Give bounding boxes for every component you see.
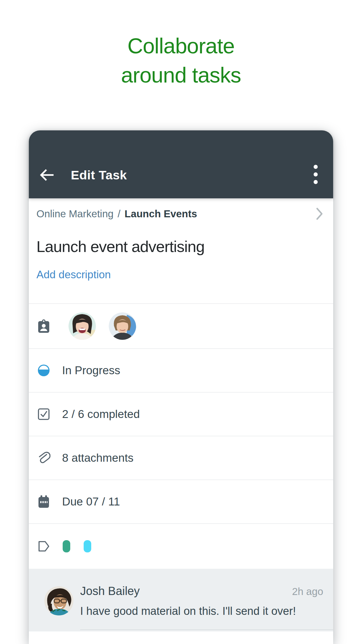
due-date-label: Due 07 / 11 bbox=[62, 495, 120, 508]
tag-swatch-cyan[interactable] bbox=[84, 540, 91, 552]
status-in-progress-icon bbox=[37, 364, 50, 377]
assignee-avatar-2[interactable] bbox=[109, 312, 136, 340]
status-label: In Progress bbox=[62, 364, 120, 377]
comment-text: I have good material on this. I'll send … bbox=[80, 605, 323, 617]
task-title[interactable]: Launch event advertising bbox=[36, 237, 326, 256]
comment-author-avatar[interactable] bbox=[44, 586, 73, 615]
checklist-label: 2 / 6 completed bbox=[62, 408, 140, 421]
breadcrumb-separator: / bbox=[118, 208, 121, 220]
row-attachments[interactable]: 8 attachments bbox=[29, 436, 333, 480]
tag-icon bbox=[37, 540, 50, 553]
paperclip-icon bbox=[37, 451, 50, 465]
app-bar-row: Edit Task bbox=[29, 159, 333, 191]
comment-divider bbox=[80, 629, 333, 630]
overflow-menu-button[interactable] bbox=[310, 163, 321, 187]
back-button[interactable] bbox=[38, 166, 56, 184]
row-due-date[interactable]: Due 07 / 11 bbox=[29, 480, 333, 523]
next-row-surface bbox=[29, 631, 333, 644]
app-bar: Edit Task bbox=[29, 130, 333, 198]
comment-author-name: Josh Bailey bbox=[80, 584, 140, 598]
calendar-icon bbox=[37, 495, 50, 508]
page-title: Edit Task bbox=[71, 168, 127, 182]
attachments-label: 8 attachments bbox=[62, 452, 133, 464]
breadcrumb-list[interactable]: Launch Events bbox=[124, 208, 197, 220]
row-tags[interactable] bbox=[29, 523, 333, 569]
hero-line-1: Collaborate bbox=[0, 32, 362, 61]
add-description-link[interactable]: Add description bbox=[36, 269, 326, 281]
row-status[interactable]: In Progress bbox=[29, 348, 333, 392]
assignee-avatar-1[interactable] bbox=[68, 312, 96, 340]
hero-line-2: around tasks bbox=[0, 61, 362, 90]
chevron-right-icon bbox=[316, 207, 323, 220]
tag-swatch-teal[interactable] bbox=[63, 540, 70, 552]
breadcrumb-project[interactable]: Online Marketing bbox=[36, 208, 114, 220]
task-content: Online Marketing / Launch Events Launch … bbox=[29, 198, 333, 644]
comment-timestamp: 2h ago bbox=[292, 586, 323, 597]
arrow-left-icon bbox=[39, 167, 55, 183]
row-checklist[interactable]: 2 / 6 completed bbox=[29, 392, 333, 436]
spacer bbox=[29, 281, 333, 303]
edit-task-card: Edit Task Online Marketing / Launch Even… bbox=[29, 130, 333, 644]
row-assignees[interactable] bbox=[29, 303, 333, 348]
breadcrumb[interactable]: Online Marketing / Launch Events bbox=[29, 198, 333, 229]
breadcrumb-chevron-button[interactable] bbox=[316, 207, 323, 220]
contact-badge-icon bbox=[37, 319, 50, 333]
hero-headline: Collaborate around tasks bbox=[0, 0, 362, 90]
comment-item[interactable]: Josh Bailey 2h ago I have good material … bbox=[29, 569, 333, 631]
kebab-menu-icon bbox=[312, 163, 319, 187]
checkbox-checked-icon bbox=[37, 407, 50, 421]
